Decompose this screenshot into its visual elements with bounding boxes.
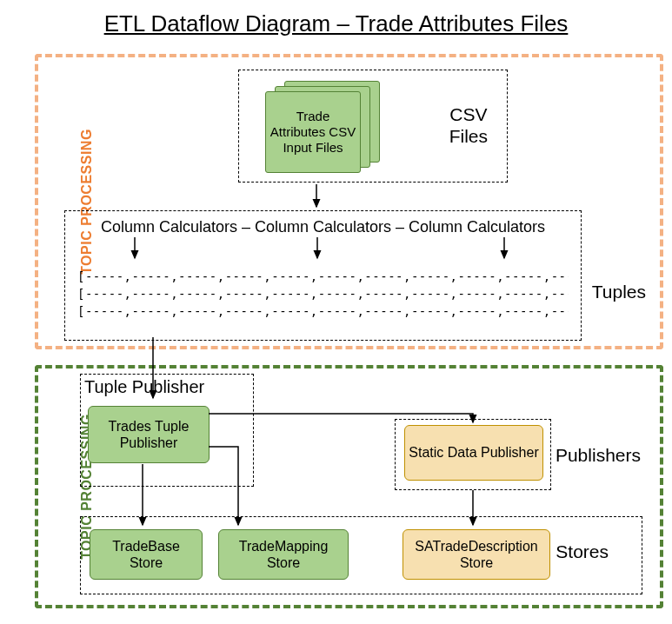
- stage-top: TOPIC PROCESSING Trade Attributes CSV In…: [35, 54, 663, 349]
- static-data-publisher-node: Static Data Publisher: [404, 425, 543, 481]
- tuple-row: [-----,-----,-----,-----,-----,-----,---…: [77, 304, 569, 318]
- calc-heading: Column Calculators – Column Calculators …: [77, 218, 569, 236]
- csv-files-label: CSV Files: [449, 103, 488, 147]
- csv-files-group: Trade Attributes CSV Input Files CSV Fil…: [238, 70, 508, 183]
- publishers-label: Publishers: [556, 445, 641, 466]
- tradebase-store-node: TradeBase Store: [90, 529, 203, 580]
- diagram-title: ETL Dataflow Diagram – Trade Attributes …: [0, 0, 672, 44]
- publishers-group: Static Data Publisher: [395, 419, 551, 490]
- stores-label: Stores: [556, 541, 609, 562]
- satradedescription-store-node: SATradeDescription Store: [403, 529, 550, 580]
- tuple-row: [-----,-----,-----,-----,-----,-----,---…: [77, 269, 569, 283]
- file-card-front: Trade Attributes CSV Input Files: [265, 91, 361, 173]
- stores-group: TradeBase Store TradeMapping Store SATra…: [80, 516, 642, 594]
- trades-tuple-publisher-node: Trades Tuple Publisher: [88, 406, 210, 463]
- tuple-publisher-group: Tuple Publisher Trades Tuple Publisher: [80, 374, 254, 487]
- tuples-label: Tuples: [592, 282, 646, 302]
- tuple-publisher-label: Tuple Publisher: [84, 377, 204, 397]
- stage-bottom: TOPIC PROCESSING Tuple Publisher Trades …: [35, 365, 663, 608]
- file-stack: Trade Attributes CSV Input Files: [265, 81, 404, 173]
- trademapping-store-node: TradeMapping Store: [218, 529, 349, 580]
- column-calculators-box: Column Calculators – Column Calculators …: [64, 210, 582, 341]
- tuple-row: [-----,-----,-----,-----,-----,-----,---…: [77, 287, 569, 301]
